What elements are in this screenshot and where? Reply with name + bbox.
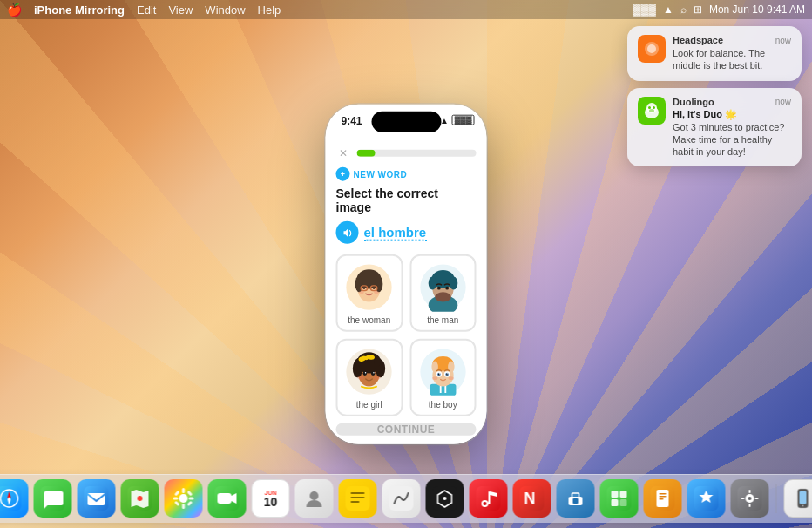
choice-boy[interactable]: the boy	[409, 339, 477, 416]
dock-appstore[interactable]	[687, 479, 726, 518]
search-icon[interactable]: ⌕	[680, 3, 687, 16]
new-word-badge: + NEW WORD	[336, 167, 477, 181]
svg-point-60	[439, 373, 440, 374]
svg-point-36	[374, 358, 382, 366]
apple-menu[interactable]: 🍎	[7, 3, 22, 17]
dock-messages[interactable]	[34, 479, 72, 518]
iphone-dynamic-island	[371, 112, 441, 132]
svg-rect-118	[572, 493, 579, 498]
choice-man[interactable]: the man	[409, 254, 477, 332]
headspace-time: now	[775, 36, 791, 45]
dock-appletv[interactable]	[426, 479, 464, 518]
svg-rect-129	[660, 498, 664, 500]
headspace-icon	[638, 35, 666, 63]
battery-icon: ▓▓▓	[633, 3, 656, 16]
svg-rect-92	[182, 488, 185, 493]
headspace-header: Headspace now	[673, 35, 791, 45]
svg-point-45	[374, 376, 380, 380]
svg-point-42	[365, 372, 366, 373]
menubar-view[interactable]: View	[168, 3, 193, 17]
dock-news[interactable]: N	[513, 479, 551, 518]
svg-text:N: N	[524, 490, 536, 507]
svg-point-43	[373, 372, 374, 373]
dock-mail[interactable]	[78, 479, 116, 518]
svg-rect-119	[573, 498, 579, 504]
svg-point-44	[358, 376, 364, 380]
svg-point-103	[310, 491, 319, 500]
svg-rect-135	[749, 504, 751, 507]
duolingo-body: Got 3 minutes to practice? Make time for…	[673, 121, 791, 159]
duolingo-header: Duolingo now	[673, 97, 791, 107]
duolingo-app-name: Duolingo	[673, 97, 714, 107]
dock: JUN 10 N	[0, 474, 812, 523]
close-button[interactable]: ✕	[336, 146, 350, 160]
dock-music[interactable]	[470, 479, 508, 518]
choice-boy-label: the boy	[429, 400, 457, 410]
new-word-icon: +	[336, 167, 350, 181]
svg-rect-136	[741, 498, 745, 499]
dock-freeform[interactable]	[382, 479, 421, 518]
progress-section: ✕	[336, 143, 477, 160]
svg-point-140	[802, 505, 804, 507]
menubar: 🍎 iPhone Mirroring Edit View Window Help…	[0, 0, 812, 19]
dock-facetime[interactable]	[208, 479, 247, 518]
menubar-app-name[interactable]: iPhone Mirroring	[34, 3, 125, 17]
choice-woman[interactable]: the woman	[336, 254, 403, 332]
wifi-icon: ▲	[663, 3, 673, 16]
dock-systemprefs[interactable]	[731, 479, 769, 518]
svg-rect-134	[749, 490, 751, 493]
speaker-button[interactable]	[336, 221, 359, 244]
svg-point-5	[653, 106, 655, 109]
control-center-icon[interactable]: ⊞	[694, 3, 702, 16]
dock-photos[interactable]	[165, 479, 203, 518]
choice-woman-label: the woman	[348, 315, 390, 325]
dock-contacts[interactable]	[295, 479, 334, 518]
headspace-content: Headspace now Look for balance. The midd…	[673, 35, 791, 72]
dock-notes[interactable]	[339, 479, 377, 518]
continue-button[interactable]: CONTINUE	[336, 423, 477, 436]
svg-rect-114	[489, 491, 491, 504]
menubar-edit[interactable]: Edit	[137, 3, 156, 17]
choice-girl[interactable]: the girl	[336, 339, 403, 416]
dock-separator	[776, 484, 777, 513]
menubar-window[interactable]: Window	[205, 3, 245, 17]
progress-fill	[357, 150, 376, 157]
battery-status-icon: ▓▓▓	[452, 115, 475, 125]
svg-point-16	[373, 287, 376, 289]
headspace-body: Look for balance. The middle is the best…	[673, 47, 791, 72]
svg-rect-94	[173, 498, 179, 500]
svg-rect-98	[174, 501, 179, 506]
notification-headspace[interactable]: Headspace now Look for balance. The midd…	[627, 26, 802, 81]
notification-duolingo[interactable]: Duolingo now Hi, it's Duo 🌟 Got 3 minute…	[627, 88, 802, 167]
duolingo-title: Hi, it's Duo 🌟	[673, 109, 791, 120]
iphone-container: 9:41 ▐▐▐ ▲ ▓▓▓ ✕ + NEW WORD	[326, 105, 487, 444]
headspace-app-name: Headspace	[673, 35, 723, 45]
svg-point-25	[435, 292, 451, 301]
progress-bar	[357, 150, 477, 157]
svg-rect-101	[218, 493, 232, 504]
svg-point-85	[8, 498, 10, 500]
dock-calendar[interactable]: JUN 10	[252, 479, 290, 518]
svg-point-17	[360, 290, 365, 294]
question-text: Select the correct image	[336, 186, 477, 214]
dock-safari[interactable]	[0, 479, 29, 518]
svg-point-113	[484, 502, 487, 505]
svg-rect-97	[187, 491, 193, 496]
spanish-word: el hombre	[364, 224, 427, 240]
svg-point-63	[448, 376, 454, 380]
svg-rect-99	[187, 501, 193, 506]
dock-iphone-mirroring[interactable]	[784, 479, 813, 518]
dock-maps[interactable]	[121, 479, 159, 518]
dock-toolbox[interactable]	[557, 479, 595, 518]
word-row: el hombre	[336, 221, 477, 244]
dock-pages[interactable]	[644, 479, 682, 518]
iphone-frame: 9:41 ▐▐▐ ▲ ▓▓▓ ✕ + NEW WORD	[326, 105, 487, 444]
svg-point-110	[443, 497, 447, 500]
notifications-panel: Headspace now Look for balance. The midd…	[627, 26, 802, 166]
svg-point-133	[748, 497, 752, 500]
dock-numbers[interactable]	[600, 479, 639, 518]
svg-rect-95	[189, 498, 194, 500]
menubar-help[interactable]: Help	[258, 3, 281, 17]
calendar-day: 10	[264, 496, 278, 508]
svg-point-24	[450, 277, 457, 290]
